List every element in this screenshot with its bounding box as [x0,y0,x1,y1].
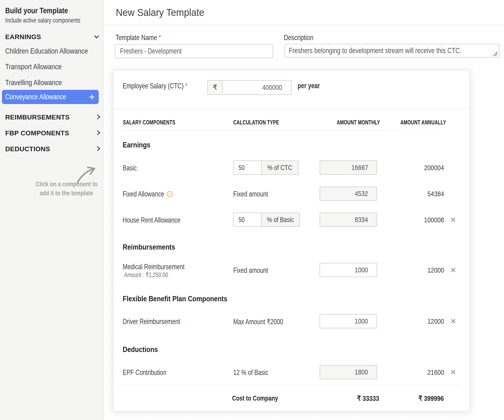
svg-text:i: i [169,192,170,196]
